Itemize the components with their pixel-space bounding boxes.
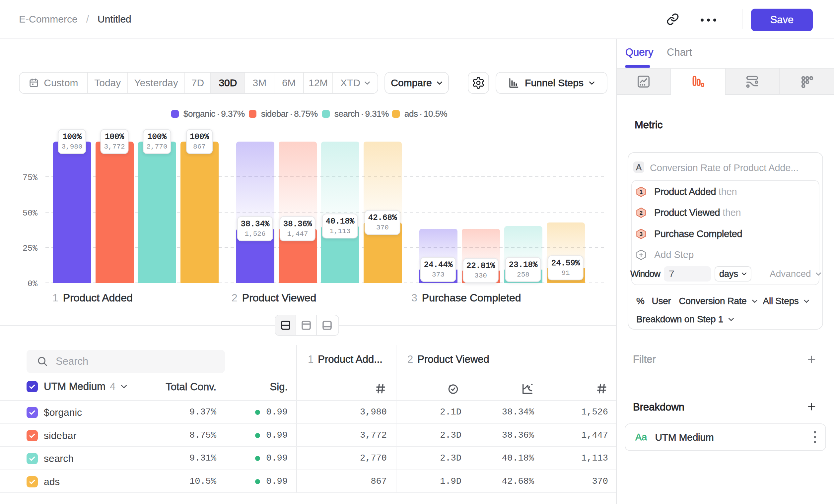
svg-text:1: 1 <box>640 189 642 195</box>
svg-text:2: 2 <box>640 210 642 216</box>
svg-text:3: 3 <box>640 231 642 237</box>
